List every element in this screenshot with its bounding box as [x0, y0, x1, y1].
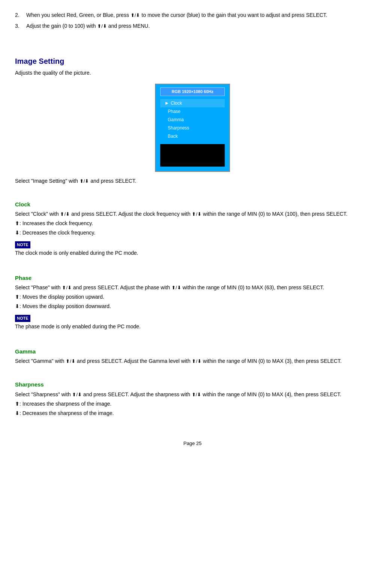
gamma-desc: Select "Gamma" with ⬆/⬇ and press SELECT…	[15, 357, 370, 365]
menu-item-back: Back	[160, 132, 225, 140]
arrow-updown-clock-2: ⬆/⬇	[192, 211, 202, 217]
monitor-header: RGB 1920×1080 60Hz	[160, 87, 225, 96]
monitor-menu: ▶ Clock Phase Gamma Sharpness Back	[160, 99, 225, 140]
numbered-item-2: 2. When you select Red, Green, or Blue, …	[15, 11, 370, 19]
image-setting-intro: Adjusts the quality of the picture.	[15, 69, 370, 77]
clock-note-box: NOTE	[15, 241, 30, 248]
image-setting-title: Image Setting	[15, 56, 370, 67]
menu-label-phase: Phase	[168, 108, 180, 115]
clock-up-label: ⬆: Increases the clock frequency.	[15, 220, 370, 227]
monitor-black-box	[160, 144, 225, 167]
clock-note-text: The clock mode is only enabled during th…	[15, 249, 370, 257]
numbered-item-3: 3. Adjust the gain (0 to 100) with ⬆/⬇ a…	[15, 22, 370, 30]
menu-icon-clock: ▶	[165, 100, 168, 106]
menu-item-clock: ▶ Clock	[160, 99, 225, 107]
menu-label-sharpness: Sharpness	[168, 125, 189, 131]
phase-up-label: ⬆: Moves the display position upward.	[15, 293, 370, 301]
menu-item-sharpness: Sharpness	[160, 124, 225, 132]
page-number: Page 25	[183, 441, 202, 446]
arrow-updown-1: ⬆/⬇	[131, 12, 140, 18]
sharpness-up-label: ⬆: Increases the sharpness of the image.	[15, 400, 370, 408]
menu-item-gamma: Gamma	[160, 116, 225, 124]
page-footer: Page 25	[15, 440, 370, 447]
arrow-updown-phase-2: ⬆/⬇	[171, 285, 181, 290]
menu-label-back: Back	[168, 133, 178, 140]
monitor-screen: RGB 1920×1080 60Hz ▶ Clock Phase Gamma S…	[155, 84, 230, 172]
item-3-number: 3.	[15, 22, 26, 30]
monitor-graphic: RGB 1920×1080 60Hz ▶ Clock Phase Gamma S…	[15, 84, 370, 172]
phase-note-text: The phase mode is only enabled during th…	[15, 323, 370, 331]
sharpness-title: Sharpness	[15, 380, 370, 389]
item-2-number: 2.	[15, 11, 26, 19]
gamma-title: Gamma	[15, 347, 370, 356]
menu-label-gamma: Gamma	[168, 116, 184, 123]
arrow-updown-phase-1: ⬆/⬇	[62, 285, 72, 290]
arrow-updown-gamma-1: ⬆/⬇	[66, 358, 75, 364]
arrow-updown-sharpness-1: ⬆/⬇	[72, 392, 82, 397]
menu-item-phase: Phase	[160, 107, 225, 116]
phase-desc: Select "Phase" with ⬆/⬇ and press SELECT…	[15, 284, 370, 292]
phase-note-box: NOTE	[15, 315, 30, 322]
arrow-updown-gamma-2: ⬆/⬇	[192, 358, 202, 364]
phase-down-label: ⬇: Moves the display position downward.	[15, 302, 370, 310]
menu-label-clock: Clock	[171, 100, 182, 107]
sharpness-down-label: ⬇: Decreases the sharpness of the image.	[15, 409, 370, 417]
item-2-content: When you select Red, Green, or Blue, pre…	[26, 11, 370, 19]
arrow-updown-clock-1: ⬆/⬇	[60, 211, 70, 217]
item-3-content: Adjust the gain (0 to 100) with ⬆/⬇ and …	[26, 22, 370, 30]
arrow-updown-sharpness-2: ⬆/⬇	[192, 392, 202, 397]
sharpness-desc: Select "Sharpness" with ⬆/⬇ and press SE…	[15, 391, 370, 399]
arrow-updown-2: ⬆/⬇	[97, 23, 107, 29]
clock-down-label: ⬇: Decreases the clock frequency.	[15, 229, 370, 237]
clock-desc: Select "Clock" with ⬆/⬇ and press SELECT…	[15, 210, 370, 218]
image-setting-select-text: Select "Image Setting" with ⬆/⬇ and pres…	[15, 177, 370, 185]
arrow-updown-3: ⬆/⬇	[80, 178, 89, 184]
clock-title: Clock	[15, 200, 370, 209]
phase-title: Phase	[15, 274, 370, 283]
